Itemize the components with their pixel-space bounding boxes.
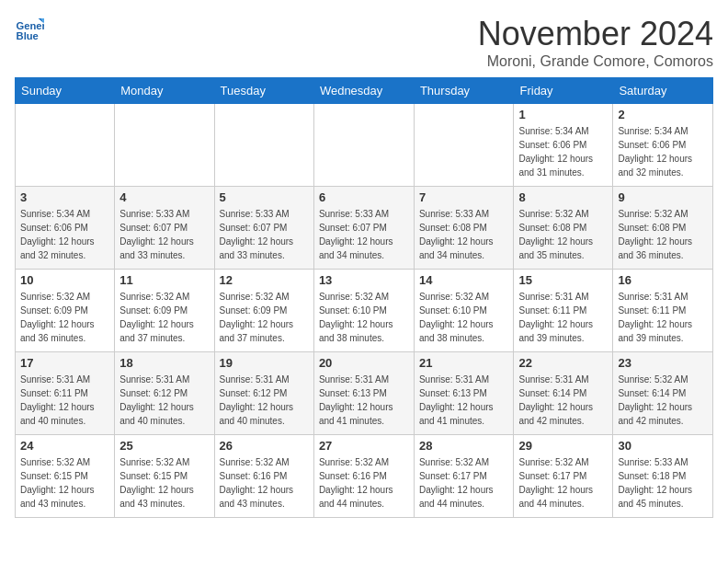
day-info: Sunrise: 5:32 AM Sunset: 6:15 PM Dayligh…	[20, 455, 109, 511]
day-info: Sunrise: 5:31 AM Sunset: 6:12 PM Dayligh…	[220, 373, 309, 428]
day-cell: 21Sunrise: 5:31 AM Sunset: 6:13 PM Dayli…	[414, 352, 514, 435]
day-info: Sunrise: 5:33 AM Sunset: 6:08 PM Dayligh…	[419, 207, 509, 262]
day-number: 16	[618, 273, 708, 287]
svg-text:General: General	[17, 20, 44, 31]
day-cell	[313, 104, 414, 187]
day-cell: 12Sunrise: 5:32 AM Sunset: 6:09 PM Dayli…	[214, 270, 313, 352]
day-info: Sunrise: 5:32 AM Sunset: 6:10 PM Dayligh…	[319, 290, 409, 345]
day-cell: 20Sunrise: 5:31 AM Sunset: 6:13 PM Dayli…	[313, 352, 414, 435]
day-number: 13	[319, 273, 409, 287]
month-title: November 2024	[478, 15, 713, 53]
day-cell: 2Sunrise: 5:34 AM Sunset: 6:06 PM Daylig…	[613, 104, 713, 187]
day-number: 25	[119, 439, 209, 453]
day-cell: 8Sunrise: 5:32 AM Sunset: 6:08 PM Daylig…	[514, 187, 613, 270]
day-cell: 25Sunrise: 5:32 AM Sunset: 6:15 PM Dayli…	[115, 435, 214, 518]
day-info: Sunrise: 5:32 AM Sunset: 6:10 PM Dayligh…	[419, 290, 509, 345]
day-number: 26	[220, 439, 309, 453]
day-cell: 30Sunrise: 5:33 AM Sunset: 6:18 PM Dayli…	[613, 435, 713, 518]
week-row-2: 3Sunrise: 5:34 AM Sunset: 6:06 PM Daylig…	[16, 187, 713, 270]
day-header-tuesday: Tuesday	[214, 78, 313, 104]
logo-icon: General Blue	[15, 15, 44, 44]
day-number: 22	[518, 356, 608, 370]
day-number: 7	[419, 190, 509, 204]
day-cell: 11Sunrise: 5:32 AM Sunset: 6:09 PM Dayli…	[115, 270, 214, 352]
day-cell: 27Sunrise: 5:32 AM Sunset: 6:16 PM Dayli…	[313, 435, 414, 518]
day-cell: 10Sunrise: 5:32 AM Sunset: 6:09 PM Dayli…	[16, 270, 115, 352]
day-cell	[115, 104, 214, 187]
day-number: 27	[319, 439, 409, 453]
header: General Blue November 2024 Moroni, Grand…	[15, 15, 713, 70]
day-info: Sunrise: 5:31 AM Sunset: 6:12 PM Dayligh…	[119, 373, 209, 428]
day-cell	[414, 104, 514, 187]
day-info: Sunrise: 5:34 AM Sunset: 6:06 PM Dayligh…	[618, 124, 708, 179]
day-info: Sunrise: 5:32 AM Sunset: 6:14 PM Dayligh…	[618, 373, 708, 428]
day-info: Sunrise: 5:34 AM Sunset: 6:06 PM Dayligh…	[518, 124, 608, 179]
day-info: Sunrise: 5:31 AM Sunset: 6:13 PM Dayligh…	[419, 373, 509, 428]
day-number: 1	[518, 108, 608, 121]
day-number: 11	[119, 273, 209, 287]
day-info: Sunrise: 5:31 AM Sunset: 6:11 PM Dayligh…	[20, 373, 109, 428]
day-cell: 9Sunrise: 5:32 AM Sunset: 6:08 PM Daylig…	[613, 187, 713, 270]
day-number: 3	[20, 190, 109, 204]
day-info: Sunrise: 5:31 AM Sunset: 6:13 PM Dayligh…	[319, 373, 409, 428]
day-cell: 17Sunrise: 5:31 AM Sunset: 6:11 PM Dayli…	[16, 352, 115, 435]
day-info: Sunrise: 5:34 AM Sunset: 6:06 PM Dayligh…	[20, 207, 109, 262]
day-number: 19	[220, 356, 309, 370]
day-cell: 23Sunrise: 5:32 AM Sunset: 6:14 PM Dayli…	[613, 352, 713, 435]
week-row-3: 10Sunrise: 5:32 AM Sunset: 6:09 PM Dayli…	[16, 270, 713, 352]
day-header-monday: Monday	[115, 78, 214, 104]
day-header-sunday: Sunday	[16, 78, 115, 104]
day-info: Sunrise: 5:32 AM Sunset: 6:17 PM Dayligh…	[518, 455, 608, 511]
day-info: Sunrise: 5:32 AM Sunset: 6:09 PM Dayligh…	[119, 290, 209, 345]
day-number: 4	[119, 190, 209, 204]
day-number: 29	[518, 439, 608, 453]
day-info: Sunrise: 5:32 AM Sunset: 6:15 PM Dayligh…	[119, 455, 209, 511]
title-area: November 2024 Moroni, Grande Comore, Com…	[478, 15, 713, 70]
day-info: Sunrise: 5:32 AM Sunset: 6:16 PM Dayligh…	[220, 455, 309, 511]
day-info: Sunrise: 5:32 AM Sunset: 6:08 PM Dayligh…	[518, 207, 608, 262]
day-info: Sunrise: 5:32 AM Sunset: 6:09 PM Dayligh…	[220, 290, 309, 345]
day-number: 10	[20, 273, 109, 287]
day-info: Sunrise: 5:33 AM Sunset: 6:07 PM Dayligh…	[319, 207, 409, 262]
day-cell: 15Sunrise: 5:31 AM Sunset: 6:11 PM Dayli…	[514, 270, 613, 352]
day-number: 8	[518, 190, 608, 204]
day-cell: 6Sunrise: 5:33 AM Sunset: 6:07 PM Daylig…	[313, 187, 414, 270]
day-number: 24	[20, 439, 109, 453]
day-number: 17	[20, 356, 109, 370]
day-header-thursday: Thursday	[414, 78, 514, 104]
subtitle: Moroni, Grande Comore, Comoros	[478, 53, 713, 70]
day-number: 30	[618, 439, 708, 453]
week-row-4: 17Sunrise: 5:31 AM Sunset: 6:11 PM Dayli…	[16, 352, 713, 435]
logo: General Blue	[15, 15, 44, 44]
day-cell: 7Sunrise: 5:33 AM Sunset: 6:08 PM Daylig…	[414, 187, 514, 270]
day-header-wednesday: Wednesday	[313, 78, 414, 104]
day-info: Sunrise: 5:31 AM Sunset: 6:11 PM Dayligh…	[618, 290, 708, 345]
day-info: Sunrise: 5:31 AM Sunset: 6:14 PM Dayligh…	[518, 373, 608, 428]
day-number: 2	[618, 108, 708, 121]
day-info: Sunrise: 5:32 AM Sunset: 6:16 PM Dayligh…	[319, 455, 409, 511]
day-header-saturday: Saturday	[613, 78, 713, 104]
day-cell: 1Sunrise: 5:34 AM Sunset: 6:06 PM Daylig…	[514, 104, 613, 187]
day-cell: 14Sunrise: 5:32 AM Sunset: 6:10 PM Dayli…	[414, 270, 514, 352]
day-number: 12	[220, 273, 309, 287]
day-info: Sunrise: 5:33 AM Sunset: 6:18 PM Dayligh…	[618, 455, 708, 511]
day-cell: 29Sunrise: 5:32 AM Sunset: 6:17 PM Dayli…	[514, 435, 613, 518]
day-cell: 19Sunrise: 5:31 AM Sunset: 6:12 PM Dayli…	[214, 352, 313, 435]
svg-text:Blue: Blue	[17, 30, 39, 41]
day-cell: 28Sunrise: 5:32 AM Sunset: 6:17 PM Dayli…	[414, 435, 514, 518]
day-number: 5	[220, 190, 309, 204]
day-info: Sunrise: 5:33 AM Sunset: 6:07 PM Dayligh…	[119, 207, 209, 262]
week-row-1: 1Sunrise: 5:34 AM Sunset: 6:06 PM Daylig…	[16, 104, 713, 187]
day-cell: 4Sunrise: 5:33 AM Sunset: 6:07 PM Daylig…	[115, 187, 214, 270]
day-number: 9	[618, 190, 708, 204]
day-cell: 5Sunrise: 5:33 AM Sunset: 6:07 PM Daylig…	[214, 187, 313, 270]
day-header-friday: Friday	[514, 78, 613, 104]
day-cell: 24Sunrise: 5:32 AM Sunset: 6:15 PM Dayli…	[16, 435, 115, 518]
day-number: 20	[319, 356, 409, 370]
day-cell	[16, 104, 115, 187]
day-number: 23	[618, 356, 708, 370]
day-number: 18	[119, 356, 209, 370]
day-info: Sunrise: 5:31 AM Sunset: 6:11 PM Dayligh…	[518, 290, 608, 345]
day-info: Sunrise: 5:32 AM Sunset: 6:09 PM Dayligh…	[20, 290, 109, 345]
day-number: 6	[319, 190, 409, 204]
